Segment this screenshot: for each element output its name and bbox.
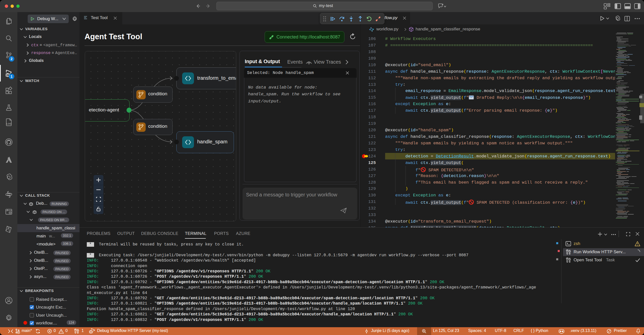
svg-text:LOG: LOG (6, 122, 11, 125)
